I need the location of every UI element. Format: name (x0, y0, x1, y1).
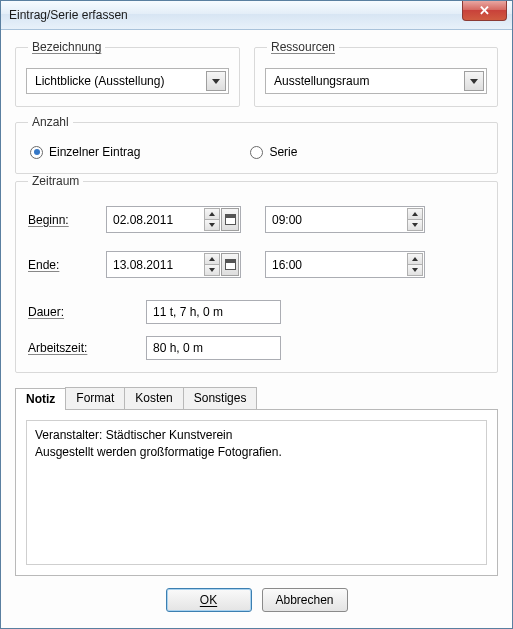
end-date-value: 13.08.2011 (113, 258, 200, 272)
count-legend: Anzahl (28, 115, 73, 129)
titlebar: Eintrag/Serie erfassen ✕ (1, 1, 512, 30)
chevron-up-icon (209, 212, 215, 216)
resources-dropdown-button[interactable] (464, 71, 484, 91)
radio-icon (30, 146, 43, 159)
spin-down-button[interactable] (407, 219, 423, 231)
begin-date-input[interactable]: 02.08.2011 (106, 206, 241, 233)
designation-value: Lichtblicke (Ausstellung) (35, 74, 164, 88)
resources-group: Ressourcen Ausstellungsraum (254, 40, 498, 107)
chevron-down-icon (209, 223, 215, 227)
chevron-down-icon (412, 268, 418, 272)
duration-label: Dauer: (28, 305, 138, 319)
designation-combo[interactable]: Lichtblicke (Ausstellung) (26, 68, 229, 94)
chevron-up-icon (412, 257, 418, 261)
cancel-button[interactable]: Abbrechen (262, 588, 348, 612)
begin-time-value: 09:00 (272, 213, 404, 227)
resources-legend: Ressourcen (267, 40, 339, 54)
end-date-input[interactable]: 13.08.2011 (106, 251, 241, 278)
radio-single-entry[interactable]: Einzelner Eintrag (30, 145, 140, 159)
radio-single-label: Einzelner Eintrag (49, 145, 140, 159)
tab-format[interactable]: Format (65, 387, 125, 409)
worktime-label: Arbeitszeit: (28, 341, 138, 355)
close-icon: ✕ (479, 3, 490, 18)
tab-content: Veranstalter: Städtischer Kunstverein Au… (15, 409, 498, 576)
end-label: Ende: (28, 258, 98, 272)
radio-icon (250, 146, 263, 159)
notes-textarea[interactable]: Veranstalter: Städtischer Kunstverein Au… (26, 420, 487, 565)
calendar-icon (225, 259, 236, 270)
designation-legend: Bezeichnung (28, 40, 105, 54)
duration-input[interactable]: 11 t, 7 h, 0 m (146, 300, 281, 324)
designation-group: Bezeichnung Lichtblicke (Ausstellung) (15, 40, 240, 107)
designation-dropdown-button[interactable] (206, 71, 226, 91)
resources-combo[interactable]: Ausstellungsraum (265, 68, 487, 94)
client-area: Bezeichnung Lichtblicke (Ausstellung) Re… (1, 30, 512, 628)
end-time-value: 16:00 (272, 258, 404, 272)
ok-button[interactable]: OK (166, 588, 252, 612)
radio-series-label: Serie (269, 145, 297, 159)
spin-down-button[interactable] (204, 219, 220, 231)
chevron-up-icon (412, 212, 418, 216)
spin-down-button[interactable] (204, 264, 220, 276)
tab-sonstiges[interactable]: Sonstiges (183, 387, 258, 409)
chevron-down-icon (412, 223, 418, 227)
period-group: Zeitraum Beginn: 02.08.2011 (15, 174, 498, 373)
chevron-down-icon (209, 268, 215, 272)
chevron-down-icon (212, 79, 220, 84)
begin-date-value: 02.08.2011 (113, 213, 200, 227)
worktime-value: 80 h, 0 m (153, 341, 203, 355)
tab-notiz[interactable]: Notiz (15, 388, 66, 410)
calendar-icon (225, 214, 236, 225)
begin-label: Beginn: (28, 213, 98, 227)
duration-value: 11 t, 7 h, 0 m (153, 305, 223, 319)
close-button[interactable]: ✕ (462, 1, 507, 21)
end-time-input[interactable]: 16:00 (265, 251, 425, 278)
window-title: Eintrag/Serie erfassen (9, 8, 128, 22)
begin-time-input[interactable]: 09:00 (265, 206, 425, 233)
tabs: Notiz Format Kosten Sonstiges Veranstalt… (15, 387, 498, 576)
spin-down-button[interactable] (407, 264, 423, 276)
resources-value: Ausstellungsraum (274, 74, 369, 88)
begin-date-calendar-button[interactable] (221, 208, 239, 231)
worktime-input[interactable]: 80 h, 0 m (146, 336, 281, 360)
chevron-up-icon (209, 257, 215, 261)
tab-kosten[interactable]: Kosten (124, 387, 183, 409)
dialog-window: Eintrag/Serie erfassen ✕ Bezeichnung Lic… (0, 0, 513, 629)
count-group: Anzahl Einzelner Eintrag Serie (15, 115, 498, 174)
chevron-down-icon (470, 79, 478, 84)
end-date-calendar-button[interactable] (221, 253, 239, 276)
radio-series[interactable]: Serie (250, 145, 297, 159)
period-legend: Zeitraum (28, 174, 83, 188)
